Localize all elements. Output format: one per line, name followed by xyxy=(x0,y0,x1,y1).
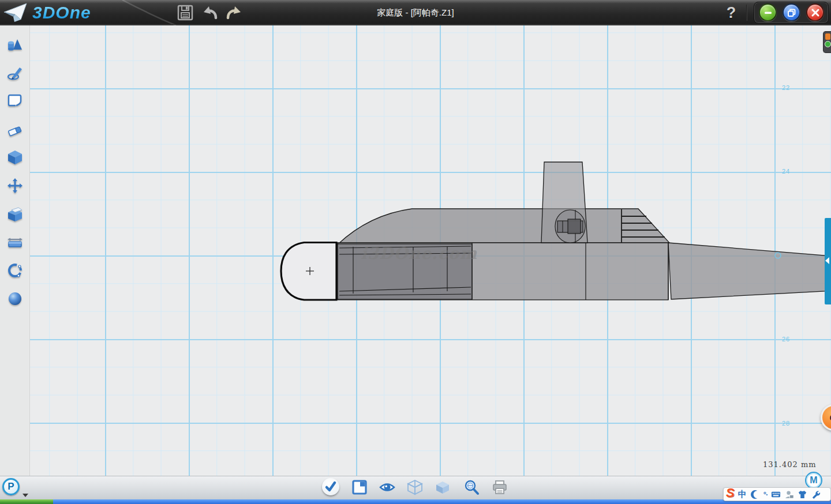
ime-skin-shirt-icon[interactable] xyxy=(798,490,807,499)
brand-text: 3DOne xyxy=(32,3,91,22)
window-title: 家庭版 - [阿帕奇.Z1] xyxy=(242,0,589,25)
ime-toolbar: S 中 °· xyxy=(723,487,831,501)
grid-marker-label: 22 xyxy=(782,84,790,91)
grid-marker-label: 28 xyxy=(782,420,790,427)
zoom-button[interactable] xyxy=(463,479,480,495)
panel-green-icon xyxy=(825,41,831,47)
redo-icon[interactable] xyxy=(225,4,242,21)
tool-eraser-icon[interactable] xyxy=(6,121,24,138)
title-bar: 3DOne 家庭版 - [阿帕奇.Z1] ? xyxy=(0,0,831,25)
os-taskbar-start-strip[interactable] xyxy=(0,499,53,504)
profile-badge-letter: P xyxy=(8,481,14,492)
tool-edit-sketch-icon[interactable] xyxy=(6,92,24,110)
panel-orange-icon xyxy=(825,33,830,40)
tool-move-icon[interactable] xyxy=(6,177,24,194)
grid-marker-label: 26 xyxy=(782,336,790,343)
profile-dropdown-icon[interactable] xyxy=(23,494,28,497)
close-button[interactable] xyxy=(806,3,824,21)
restore-button[interactable] xyxy=(783,3,800,21)
view-layout-button[interactable] xyxy=(351,479,368,495)
mode-badge-letter: M xyxy=(810,475,817,486)
ime-account-icon[interactable] xyxy=(784,490,794,499)
tool-sketch-icon[interactable] xyxy=(6,65,24,82)
undo-icon[interactable] xyxy=(202,4,219,21)
panel-expand-arrow-icon xyxy=(825,257,829,264)
ime-punctuation-toggle[interactable]: °· xyxy=(763,490,768,499)
minimize-button[interactable] xyxy=(759,3,777,21)
visibility-button[interactable] xyxy=(379,479,395,495)
tool-material-icon[interactable] xyxy=(6,290,24,307)
tool-ring-icon[interactable] xyxy=(6,262,24,279)
tool-solid-feature-icon[interactable] xyxy=(6,149,24,166)
tool-combine-icon[interactable] xyxy=(6,206,24,223)
check-icon xyxy=(324,480,337,493)
measurement-readout: 131.402 mm xyxy=(763,460,817,469)
profile-badge[interactable]: P xyxy=(2,478,20,495)
print-button[interactable] xyxy=(492,479,508,495)
titlebar-separator xyxy=(746,5,747,21)
tool-primitives-icon[interactable] xyxy=(6,36,24,54)
confirm-button[interactable] xyxy=(322,478,339,495)
help-button[interactable]: ? xyxy=(723,2,740,23)
grid-marker-label: 24 xyxy=(782,168,790,175)
save-icon[interactable] xyxy=(177,4,194,21)
application-window: 3DOne 家庭版 - [阿帕奇.Z1] ? xyxy=(0,0,831,504)
paper-plane-icon xyxy=(3,2,28,23)
app-logo: 3DOne xyxy=(3,2,91,24)
shaded-display-button[interactable] xyxy=(435,479,451,495)
tool-measure-icon[interactable] xyxy=(6,234,24,251)
ime-settings-wrench-icon[interactable] xyxy=(811,490,821,499)
modeling-canvas[interactable] xyxy=(30,25,831,476)
os-taskbar-strip[interactable] xyxy=(0,499,831,504)
ime-logo[interactable]: S xyxy=(726,486,735,501)
ime-fullhalf-moon-icon[interactable] xyxy=(750,490,760,499)
mode-badge[interactable]: M xyxy=(805,472,822,489)
left-toolbar xyxy=(0,25,30,476)
ime-language-toggle[interactable]: 中 xyxy=(738,489,747,500)
ime-softkeyboard-icon[interactable] xyxy=(771,490,781,499)
wireframe-display-button[interactable] xyxy=(407,479,423,495)
